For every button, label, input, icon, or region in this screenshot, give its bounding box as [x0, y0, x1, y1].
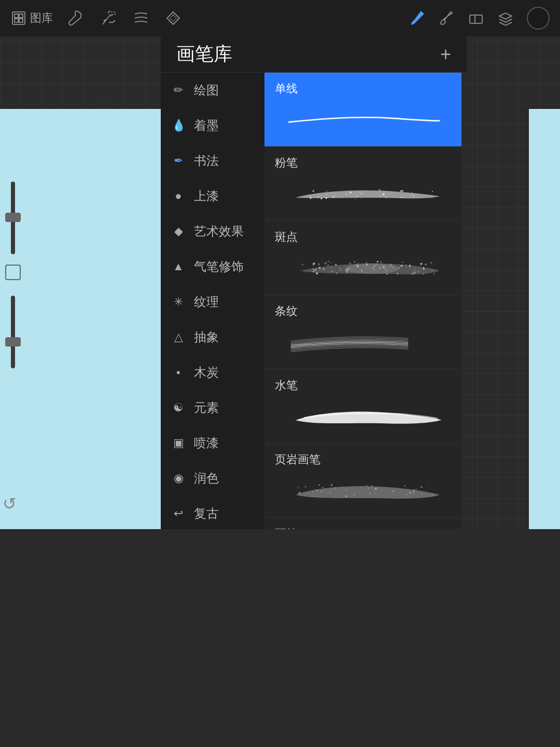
brush-name-spots: 斑点: [275, 229, 451, 245]
category-item-drawing[interactable]: ✏绘图: [161, 73, 264, 108]
category-icon-calligraphy: ✒: [171, 154, 186, 168]
svg-point-22: [333, 192, 333, 193]
category-icon-spray: ▣: [171, 436, 186, 450]
undo-button[interactable]: ↺: [3, 494, 17, 514]
brush-item-paintbrush[interactable]: 画笔: [264, 518, 461, 529]
svg-point-10: [325, 197, 325, 198]
category-item-luminance[interactable]: ◉润色: [161, 461, 264, 496]
svg-point-195: [384, 485, 384, 486]
svg-rect-4: [19, 19, 23, 22]
svg-point-59: [433, 273, 435, 275]
opacity-slider-thumb[interactable]: [5, 337, 21, 347]
category-item-retro[interactable]: ↩复古: [161, 496, 264, 529]
svg-point-79: [409, 267, 411, 268]
category-icon-luminance: ◉: [171, 472, 186, 485]
color-picker[interactable]: [527, 7, 550, 30]
svg-point-239: [377, 490, 378, 490]
transform-button[interactable]: [165, 10, 181, 26]
brush-item-waterpen[interactable]: 水笔: [264, 369, 461, 444]
add-brush-button[interactable]: +: [440, 44, 451, 65]
opacity-slider-track[interactable]: [11, 296, 15, 368]
brush-preview-spots: [275, 250, 451, 286]
layers-button[interactable]: [497, 10, 514, 26]
opacity-control[interactable]: [5, 265, 21, 280]
category-item-abstract[interactable]: △抽象: [161, 320, 264, 355]
panel-header: 画笔库 +: [161, 36, 467, 73]
size-slider-thumb[interactable]: [5, 213, 21, 222]
category-item-inking[interactable]: 💧着墨: [161, 108, 264, 143]
category-item-calligraphy[interactable]: ✒书法: [161, 143, 264, 178]
svg-point-149: [409, 265, 411, 267]
brush-name-chalk: 粉笔: [275, 155, 451, 171]
svg-point-173: [430, 261, 432, 264]
svg-point-199: [386, 495, 387, 495]
drawing-canvas-right: [529, 109, 560, 529]
adjust-button[interactable]: [133, 10, 149, 26]
svg-point-51: [400, 193, 401, 193]
svg-point-162: [423, 272, 424, 274]
svg-point-160: [402, 261, 403, 262]
svg-point-78: [304, 270, 305, 271]
magic-button[interactable]: [101, 10, 117, 26]
category-item-painting[interactable]: ●上漆: [161, 178, 264, 214]
category-item-charcoal[interactable]: ▪木炭: [161, 355, 264, 390]
svg-point-242: [316, 489, 318, 491]
svg-point-27: [383, 193, 384, 195]
brush-item-spots[interactable]: 斑点: [264, 221, 461, 295]
svg-point-143: [340, 264, 341, 265]
svg-point-116: [357, 262, 358, 264]
svg-point-9: [431, 198, 431, 198]
svg-point-154: [319, 266, 320, 267]
svg-point-25: [432, 191, 433, 192]
svg-point-246: [374, 488, 375, 489]
svg-point-257: [335, 487, 336, 488]
svg-point-221: [393, 490, 394, 492]
svg-point-190: [354, 493, 355, 495]
svg-point-40: [317, 196, 318, 197]
svg-point-37: [413, 196, 414, 197]
svg-point-136: [330, 266, 331, 267]
svg-point-237: [368, 487, 369, 488]
size-slider-track[interactable]: [11, 182, 15, 254]
brush-item-shale[interactable]: 页岩画笔: [264, 444, 461, 518]
category-item-artistic[interactable]: ◆艺术效果: [161, 214, 264, 249]
svg-point-139: [349, 262, 351, 264]
gallery-button[interactable]: 图库: [10, 10, 53, 26]
svg-point-161: [415, 268, 416, 268]
brush-preview-shale: [275, 473, 451, 509]
svg-point-55: [350, 191, 352, 193]
wrench-button[interactable]: [68, 10, 85, 26]
svg-point-106: [401, 265, 403, 267]
category-item-spray[interactable]: ▣喷漆: [161, 425, 264, 461]
brush-item-stripes[interactable]: 条纹: [264, 295, 461, 369]
category-item-airbrush[interactable]: ▲气笔修饰: [161, 249, 264, 284]
brush-name-paintbrush: 画笔: [275, 526, 451, 529]
category-icon-charcoal: ▪: [171, 366, 186, 379]
svg-point-69: [339, 270, 340, 271]
brush2-button[interactable]: [438, 10, 455, 26]
svg-point-119: [331, 271, 332, 272]
svg-point-175: [337, 264, 338, 265]
svg-point-158: [323, 262, 323, 262]
svg-point-230: [409, 491, 411, 493]
svg-point-174: [380, 261, 382, 263]
brush-list: 单线粉笔 斑点条纹水笔页岩画笔画笔手迹: [264, 73, 461, 529]
svg-point-110: [328, 265, 329, 266]
pen-button[interactable]: [409, 10, 425, 26]
brush-item-monoline[interactable]: 单线: [264, 73, 461, 147]
category-label-charcoal: 木炭: [194, 364, 219, 381]
svg-point-206: [428, 485, 428, 486]
svg-point-84: [314, 272, 315, 273]
svg-point-253: [341, 486, 342, 487]
category-item-texture[interactable]: ✳纹理: [161, 284, 264, 320]
brush-preview-stripes: [275, 324, 451, 361]
svg-point-89: [314, 269, 316, 270]
svg-point-43: [310, 197, 312, 199]
svg-point-66: [377, 260, 379, 262]
eraser-button[interactable]: [468, 10, 484, 26]
svg-point-56: [326, 193, 327, 194]
svg-point-196: [306, 486, 306, 486]
category-item-elements[interactable]: ☯元素: [161, 390, 264, 425]
svg-rect-5: [470, 15, 482, 23]
brush-item-chalk[interactable]: 粉笔: [264, 147, 461, 221]
